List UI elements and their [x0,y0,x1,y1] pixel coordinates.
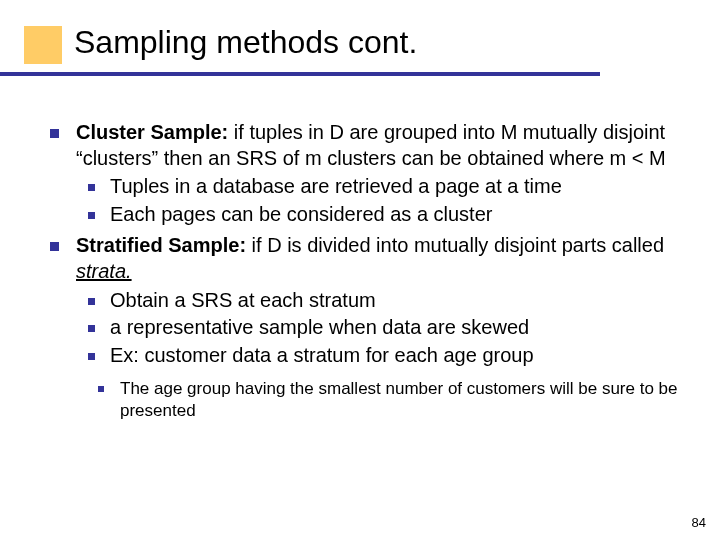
title-accent-box [24,26,62,64]
page-number: 84 [692,515,706,530]
bullet-stratified-text-a: if D is divided into mutually disjoint p… [246,234,664,256]
bullet-cluster-sub-b: Each pages can be considered as a cluste… [76,202,684,228]
bullet-stratified-sub-a: Obtain a SRS at each stratum [76,288,684,314]
bullet-stratified-strata: strata. [76,260,132,282]
bullet-stratified-label: Stratified Sample: [76,234,246,256]
bullet-cluster: Cluster Sample: if tuples in D are group… [46,120,684,227]
bullet-cluster-label: Cluster Sample: [76,121,228,143]
title-underline [0,72,600,76]
bullet-cluster-sub-a: Tuples in a database are retrieved a pag… [76,174,684,200]
bullet-stratified: Stratified Sample: if D is divided into … [46,233,684,420]
bullet-stratified-sub-b: a representative sample when data are sk… [76,315,684,341]
bullet-stratified-sub-c: Ex: customer data a stratum for each age… [76,343,684,369]
slide-title: Sampling methods cont. [74,24,417,61]
bullet-stratified-note: The age group having the smallest number… [76,378,684,421]
slide-body: Cluster Sample: if tuples in D are group… [46,120,684,427]
